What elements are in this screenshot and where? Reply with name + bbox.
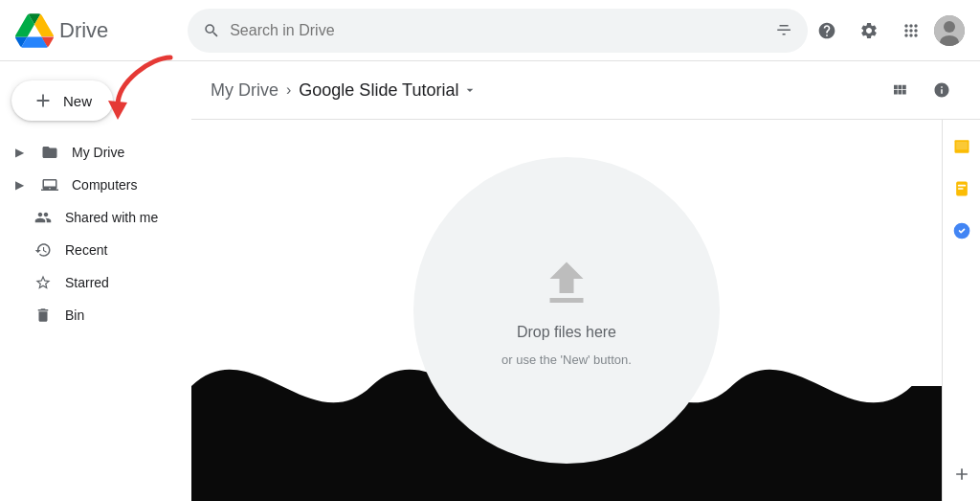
drive-logo-icon [15,11,54,50]
upload-icon [538,255,595,312]
star-icon [34,274,52,291]
expand-icon: ▶ [15,146,24,159]
right-panel [942,120,980,501]
tasks-button[interactable] [943,212,981,250]
expand-icon: ▶ [15,178,24,192]
computer-icon [41,176,58,194]
people-icon [34,209,52,226]
breadcrumb-parent[interactable]: My Drive [211,80,278,101]
search-icon [203,21,220,40]
sidebar-item-recent[interactable]: Recent [0,234,176,266]
clock-icon [34,241,52,259]
search-bar[interactable] [188,9,808,53]
svg-rect-6 [957,185,965,187]
settings-button[interactable] [850,11,888,50]
add-apps-button[interactable] [943,455,981,493]
svg-rect-4 [956,142,968,149]
plus-icon [33,90,54,111]
layout: New ▶ My Drive ▶ Computers [0,61,980,501]
sidebar-item-shared[interactable]: Shared with me [0,201,176,234]
folder-icon [41,144,58,161]
breadcrumb: My Drive › Google Slide Tutorial [211,80,478,101]
slides-button[interactable] [943,127,981,166]
avatar[interactable] [934,15,965,46]
help-button[interactable] [808,11,846,50]
sidebar-item-bin[interactable]: Bin [0,299,176,331]
new-button[interactable]: New [11,80,113,121]
search-input[interactable] [230,22,766,39]
chevron-down-icon[interactable] [462,82,478,98]
sidebar: New ▶ My Drive ▶ Computers [0,61,191,501]
info-button[interactable] [923,71,961,109]
breadcrumb-separator: › [286,81,291,99]
breadcrumb-current: Google Slide Tutorial [299,80,478,101]
keep-button[interactable] [943,170,981,208]
svg-point-1 [944,21,955,33]
filter-icon[interactable] [775,21,792,40]
app-name: Drive [59,18,108,43]
topbar-right [808,11,965,50]
logo-area: Drive [15,11,188,50]
trash-icon [34,307,52,324]
view-grid-button[interactable] [880,71,919,109]
drop-title: Drop files here [517,324,616,341]
main-content: My Drive › Google Slide Tutorial [191,61,980,501]
content-area[interactable]: Drop files here or use the 'New' button. [191,120,942,501]
drop-circle: Drop files here or use the 'New' button. [413,157,720,464]
sidebar-item-my-drive[interactable]: ▶ My Drive [0,136,176,169]
apps-button[interactable] [892,11,930,50]
header-actions [880,71,961,109]
topbar: Drive [0,0,980,61]
drop-subtitle: or use the 'New' button. [501,353,632,367]
sidebar-item-computers[interactable]: ▶ Computers [0,169,176,201]
main-header: My Drive › Google Slide Tutorial [191,61,980,120]
sidebar-item-starred[interactable]: Starred [0,266,176,299]
svg-rect-7 [957,188,963,190]
